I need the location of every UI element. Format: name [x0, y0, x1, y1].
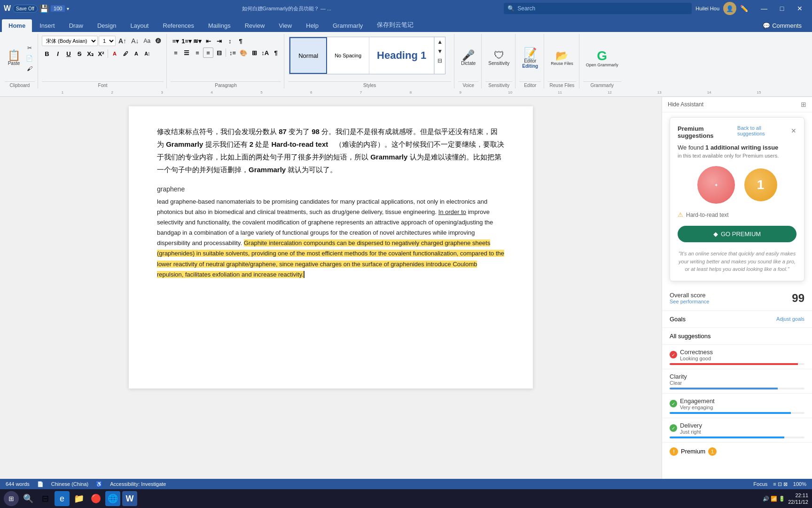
graphene-text[interactable]: lead graphene-based nanomaterials to be …	[157, 197, 505, 280]
focus-label[interactable]: Focus	[753, 481, 767, 487]
copy-button[interactable]: 📄	[24, 54, 35, 63]
tab-draw[interactable]: Draw	[62, 19, 90, 32]
pen-icon[interactable]: ✏️	[740, 5, 748, 12]
save-icon[interactable]: 💾	[39, 4, 49, 13]
align-right-button[interactable]: ≡	[192, 48, 203, 58]
document-page[interactable]: 修改结束标点符号，我们会发现分数从 87 变为了 98 分。我们是不是很有成就感…	[129, 106, 533, 389]
see-performance-link[interactable]: See performance	[670, 299, 709, 304]
clear-format-button[interactable]: 🅐	[153, 36, 164, 46]
close-premium-button[interactable]: ✕	[791, 127, 796, 135]
sort-button[interactable]: ↕	[225, 36, 235, 46]
start-button[interactable]: ⊞	[4, 491, 19, 506]
numbering-button[interactable]: 1≡▾	[181, 36, 192, 46]
style-normal[interactable]: Normal	[289, 37, 327, 74]
bullets-button[interactable]: ≡▾	[171, 36, 181, 46]
para-marks2-button[interactable]: ¶	[271, 48, 281, 58]
align-left-button[interactable]: ≡	[171, 48, 181, 58]
style-up-button[interactable]: ▲	[435, 37, 445, 47]
style-down-button[interactable]: ▼	[435, 47, 445, 56]
subscript-button[interactable]: X₂	[85, 48, 95, 59]
save-area[interactable]: W Save Off 💾 100 ▾	[4, 4, 69, 13]
taskbar-app2[interactable]: 🌐	[105, 491, 120, 506]
document-area[interactable]: 修改结束标点符号，我们会发现分数从 87 变为了 98 分。我们是不是很有成就感…	[0, 97, 662, 479]
save-toggle[interactable]: Save Off	[13, 5, 38, 13]
search-box[interactable]: 🔍 Search	[504, 3, 692, 14]
all-suggestions-section[interactable]: All suggestions	[662, 328, 812, 345]
reuse-files-button[interactable]: 📂 Reuse Files	[548, 44, 576, 72]
open-grammarly-button[interactable]: G Open Grammarly	[583, 44, 621, 72]
increase-font-button[interactable]: A↑	[117, 36, 128, 46]
strikethrough-button[interactable]: S	[74, 48, 85, 59]
change-case-button[interactable]: Aa	[141, 36, 152, 46]
decrease-indent-button[interactable]: ⇤	[203, 36, 213, 46]
graphene-section[interactable]: graphene lead graphene-based nanomateria…	[157, 185, 505, 280]
font-size-select[interactable]: 10.5	[99, 36, 116, 46]
tab-home[interactable]: Home	[2, 19, 32, 32]
font-effects-button[interactable]: A⃞	[142, 48, 152, 59]
style-no-spacing[interactable]: No Spacing	[327, 37, 369, 74]
style-heading1[interactable]: Heading 1	[369, 37, 434, 74]
go-premium-button[interactable]: ◆ GO PREMIUM	[678, 226, 796, 242]
tab-mailings[interactable]: Mailings	[202, 19, 237, 32]
user-avatar[interactable]: 👤	[723, 2, 736, 15]
premium-section[interactable]: ! Premium 1	[662, 443, 812, 460]
zoom-level[interactable]: 100%	[793, 481, 806, 487]
para-sort-button[interactable]: ↕A	[260, 48, 270, 58]
taskbar-word[interactable]: W	[122, 491, 137, 506]
tab-view[interactable]: View	[272, 19, 298, 32]
tab-insert[interactable]: Insert	[33, 19, 62, 32]
grid-icon[interactable]: ⊞	[801, 101, 806, 108]
taskbar-edge[interactable]: e	[55, 491, 70, 506]
paste-button[interactable]: 📋 Paste	[5, 44, 23, 72]
close-button[interactable]: ✕	[791, 1, 808, 16]
show-marks-button[interactable]: ¶	[235, 36, 246, 46]
distribute-button[interactable]: ⊟	[214, 48, 224, 58]
dropdown-arrow[interactable]: ▾	[67, 6, 69, 11]
tab-save-cloud[interactable]: 保存到云笔记	[370, 18, 420, 32]
line-spacing-button[interactable]: ↕≡	[227, 48, 238, 58]
italic-button[interactable]: I	[53, 48, 63, 59]
tab-review[interactable]: Review	[238, 19, 272, 32]
taskbar-search[interactable]: 🔍	[21, 491, 36, 506]
minimize-button[interactable]: —	[756, 1, 773, 16]
editor-button[interactable]: 📝 Editor Editing	[519, 44, 541, 72]
comments-button[interactable]: 💬 Comments	[756, 19, 808, 32]
tab-references[interactable]: References	[156, 19, 201, 32]
bold-button[interactable]: B	[42, 48, 52, 59]
taskbar-taskview[interactable]: ⊟	[38, 491, 53, 506]
language[interactable]: Chinese (China)	[51, 481, 88, 487]
justify-button[interactable]: ≡	[203, 48, 213, 58]
shading-button[interactable]: 🎨	[238, 48, 249, 58]
font-name-select[interactable]: 宋体 (Body Asian)	[42, 36, 98, 46]
maximize-button[interactable]: □	[773, 1, 790, 16]
delivery-info: Delivery Just right	[680, 422, 702, 435]
text-color-button[interactable]: A	[131, 48, 141, 59]
back-to-suggestions-link[interactable]: Back to all suggestions	[737, 125, 786, 136]
cut-button[interactable]: ✂	[24, 43, 35, 53]
dictate-button[interactable]: 🎤 Dictate	[458, 44, 478, 72]
taskbar-files[interactable]: 📁	[71, 491, 86, 506]
underline-button[interactable]: U	[63, 48, 74, 59]
format-painter-button[interactable]: 🖌	[24, 64, 35, 73]
font-color-button[interactable]: A	[109, 48, 120, 59]
accessibility[interactable]: Accessibility: Investigate	[110, 481, 166, 487]
multilevel-button[interactable]: ≋▾	[192, 36, 203, 46]
hide-assistant-label[interactable]: Hide Assistant	[668, 101, 703, 108]
style-more-button[interactable]: ⊟	[435, 56, 445, 65]
engagement-status: Very engaging	[680, 405, 715, 410]
superscript-button[interactable]: X²	[96, 48, 106, 59]
decrease-font-button[interactable]: A↓	[129, 36, 141, 46]
issue-count-bubble: 1	[757, 177, 765, 192]
sensitivity-button[interactable]: 🛡 Sensitivity	[485, 44, 512, 72]
tab-grammarly[interactable]: Grammarly	[326, 19, 369, 32]
tab-help[interactable]: Help	[299, 19, 325, 32]
tab-design[interactable]: Design	[91, 19, 123, 32]
taskbar-app1[interactable]: 🔴	[88, 491, 103, 506]
increase-indent-button[interactable]: ⇥	[214, 36, 224, 46]
tab-layout[interactable]: Layout	[124, 19, 155, 32]
main-text-block[interactable]: 修改结束标点符号，我们会发现分数从 87 变为了 98 分。我们是不是很有成就感…	[157, 125, 505, 176]
borders-button[interactable]: ⊞	[249, 48, 259, 58]
highlight-button[interactable]: 🖊	[120, 48, 131, 59]
align-center-button[interactable]: ☰	[181, 48, 192, 58]
adjust-goals-link[interactable]: Adjust goals	[776, 316, 804, 322]
